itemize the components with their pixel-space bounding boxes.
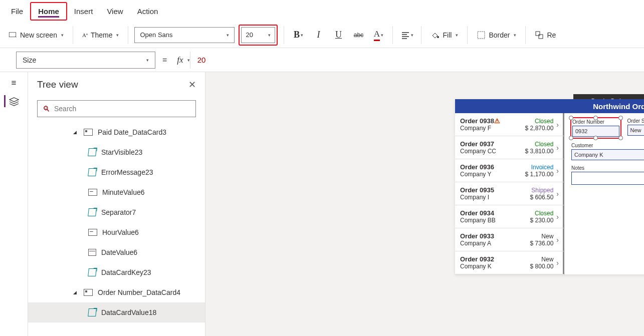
property-select[interactable]: Size ▾ — [16, 52, 155, 69]
left-rail: ≡ — [0, 72, 28, 336]
order-list-item[interactable]: Order 0932Company KNew$ 800.00› — [455, 251, 564, 274]
divider — [392, 26, 393, 44]
tree-item-label: Order Number_DataCard4 — [98, 288, 180, 296]
tab-home[interactable]: Home — [30, 2, 67, 21]
tree-item[interactable]: DataCardKey23 — [28, 262, 205, 282]
new-screen-button[interactable]: New screen ▾ — [5, 31, 67, 40]
tree-item[interactable]: HourValue6 — [28, 222, 205, 242]
border-icon — [477, 31, 486, 40]
search-icon: 🔍︎ — [43, 105, 50, 113]
notes-input[interactable] — [571, 172, 644, 185]
border-button[interactable]: Border ▾ — [474, 31, 519, 40]
order-form: Order Number 0932 A Order Status New — [563, 113, 644, 274]
panel-title: Tree view — [37, 79, 78, 90]
chevron-down-icon: ▾ — [146, 58, 149, 63]
chevron-down-icon: ▾ — [456, 33, 458, 38]
tree-item[interactable]: StarVisible23 — [28, 142, 205, 162]
tree-item[interactable]: ErrorMessage23 — [28, 162, 205, 182]
tree-item-label: ErrorMessage23 — [101, 168, 153, 176]
chevron-right-icon: › — [556, 167, 559, 175]
app-preview: Northwind Orders Order 0938⚠Company FClo… — [455, 99, 644, 274]
main-area: ≡ Tree view ✕ 🔍︎ ◢Paid Date_DataCard3Sta… — [0, 72, 644, 336]
tree-view-panel: Tree view ✕ 🔍︎ ◢Paid Date_DataCard3StarV… — [28, 72, 205, 336]
chevron-down-icon: ▾ — [61, 33, 64, 38]
notes-label: Notes — [571, 165, 644, 171]
tab-insert[interactable]: Insert — [67, 3, 100, 20]
divider — [467, 26, 468, 44]
formula-input[interactable]: 20 — [190, 52, 644, 69]
customer-select[interactable]: Company K — [571, 149, 644, 160]
order-number-card[interactable]: Order Number 0932 — [570, 117, 621, 139]
hamburger-icon[interactable]: ≡ — [12, 78, 17, 88]
reorder-button[interactable]: Re — [532, 31, 559, 40]
screen-icon — [8, 31, 17, 40]
svg-rect-2 — [478, 32, 485, 39]
svg-rect-4 — [539, 35, 543, 39]
customer-label: Customer — [571, 143, 644, 148]
tree-item[interactable]: ◢Order Number_DataCard4 — [28, 282, 205, 302]
font-color-button[interactable]: A▾ — [370, 27, 386, 43]
chevron-right-icon: › — [556, 259, 559, 267]
fill-button[interactable]: Fill ▾ — [427, 31, 461, 40]
order-list-item[interactable]: Order 0935Company IShipped$ 606.50› — [455, 182, 564, 205]
font-size-value: 20 — [246, 31, 253, 39]
font-size-select[interactable]: 20 ▾ — [241, 27, 275, 43]
app-header: Northwind Orders — [455, 99, 644, 113]
tree-item-label: MinuteValue6 — [102, 188, 145, 196]
divider — [284, 26, 284, 44]
font-select[interactable]: Open Sans ▾ — [134, 27, 235, 43]
order-list-item[interactable]: Order 0936Company YInvoiced$ 1,170.00› — [455, 159, 564, 182]
order-list-item[interactable]: Order 0938⚠Company FClosed$ 2,870.00› — [455, 113, 564, 136]
toolbar: New screen ▾ Aª Theme ▾ Open Sans ▾ 20 ▾… — [0, 22, 644, 48]
tree-item[interactable]: Separator7 — [28, 202, 205, 222]
theme-label: Theme — [91, 31, 113, 39]
fill-label: Fill — [443, 31, 452, 39]
tree-item[interactable]: DataCardValue18 — [28, 302, 205, 322]
property-name: Size — [23, 56, 36, 64]
divider — [128, 26, 128, 44]
underline-button[interactable]: U — [330, 27, 346, 43]
order-list-item[interactable]: Order 0933Company ANew$ 736.00› — [455, 228, 564, 251]
tree-item-label: StarVisible23 — [101, 148, 142, 156]
order-status-select[interactable]: New — [627, 125, 645, 136]
chevron-down-icon: ▾ — [268, 33, 271, 38]
align-button[interactable]: ▾ — [399, 27, 415, 43]
theme-icon: Aª — [82, 32, 88, 38]
divider — [73, 26, 73, 44]
theme-button[interactable]: Aª Theme ▾ — [79, 31, 122, 39]
order-number-input[interactable]: 0932 — [572, 126, 619, 137]
highlight-size: 20 ▾ — [239, 25, 278, 46]
tree: ◢Paid Date_DataCard3StarVisible23ErrorMe… — [28, 122, 205, 336]
order-list-item[interactable]: Order 0934Company BBClosed$ 230.00› — [455, 205, 564, 228]
tree-item-label: Paid Date_DataCard3 — [98, 128, 166, 136]
search-box[interactable]: 🔍︎ — [37, 100, 196, 117]
order-list-item[interactable]: Order 0937Company CCClosed$ 3,810.00› — [455, 136, 564, 159]
italic-button[interactable]: I — [310, 27, 326, 43]
tree-view-rail-icon[interactable] — [9, 97, 19, 108]
equals-sign: = — [155, 56, 174, 65]
tab-view[interactable]: View — [100, 3, 130, 20]
chevron-down-icon: ▾ — [227, 33, 229, 38]
tree-item[interactable]: DateValue6 — [28, 242, 205, 262]
chevron-right-icon: › — [556, 236, 559, 244]
strikethrough-button[interactable]: abc — [350, 27, 366, 43]
new-screen-label: New screen — [20, 31, 57, 39]
tree-item-label: DataCardValue18 — [101, 308, 156, 316]
canvas: 🔒 Card : Order Number Northwind Orders O… — [205, 72, 644, 336]
chevron-right-icon: › — [556, 144, 559, 152]
svg-rect-0 — [9, 32, 16, 37]
close-icon[interactable]: ✕ — [188, 79, 196, 90]
svg-rect-3 — [536, 32, 540, 36]
menubar: File Home Insert View Action — [0, 0, 644, 22]
align-icon — [401, 31, 410, 40]
tree-item[interactable]: ◢Paid Date_DataCard3 — [28, 122, 205, 142]
tree-item-label: HourValue6 — [102, 228, 139, 236]
order-status-label: Order Status — [627, 118, 645, 124]
bold-button[interactable]: B▾ — [290, 27, 306, 43]
chevron-down-icon: ▾ — [514, 33, 516, 38]
tree-item[interactable]: MinuteValue6 — [28, 182, 205, 202]
tab-action[interactable]: Action — [130, 3, 165, 20]
search-input[interactable] — [54, 105, 190, 113]
chevron-right-icon: › — [556, 121, 559, 129]
tab-file[interactable]: File — [4, 3, 30, 20]
